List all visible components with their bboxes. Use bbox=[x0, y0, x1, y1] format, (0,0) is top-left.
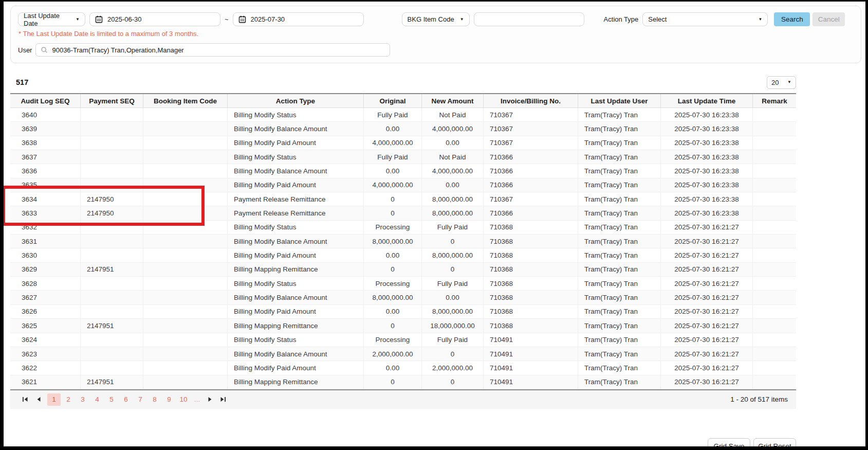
table-cell: 0.00 bbox=[422, 291, 484, 304]
page-button[interactable]: 3 bbox=[76, 393, 89, 406]
page-button[interactable]: 10 bbox=[177, 393, 190, 406]
item-code-type-select[interactable]: BKG Item Code ▼ bbox=[402, 12, 470, 26]
cancel-button[interactable]: Cancel bbox=[812, 12, 845, 26]
table-row[interactable]: 3636Billing Modify Balance Amount0.004,0… bbox=[10, 164, 796, 178]
table-row[interactable]: 36252147951Billing Mapping Remittance018… bbox=[10, 319, 796, 333]
table-row[interactable]: 3630Billing Modify Paid Amount0.008,000,… bbox=[10, 248, 796, 262]
table-row[interactable]: 3637Billing Modify StatusFully PaidNot P… bbox=[10, 150, 796, 164]
page-button[interactable]: 9 bbox=[162, 393, 176, 406]
next-page-icon[interactable] bbox=[203, 394, 216, 405]
date-to-input[interactable]: 2025-07-30 bbox=[233, 12, 364, 26]
table-cell bbox=[753, 235, 796, 248]
table-cell: 2025-07-30 16:23:38 bbox=[661, 164, 753, 178]
table-cell bbox=[81, 164, 143, 178]
column-header[interactable]: Audit Log SEQ bbox=[10, 94, 81, 107]
table-cell: 710366 bbox=[484, 164, 578, 178]
table-cell: 3630 bbox=[10, 248, 81, 262]
calendar-icon bbox=[95, 15, 103, 23]
table-cell bbox=[753, 122, 796, 136]
table-cell: Billing Modify Balance Amount bbox=[228, 122, 364, 136]
grid-save-button[interactable]: Grid Save bbox=[708, 438, 750, 450]
column-header[interactable]: Last Update Time bbox=[661, 94, 753, 107]
table-row[interactable]: 3639Billing Modify Balance Amount0.004,0… bbox=[10, 122, 796, 136]
page-button[interactable]: 1 bbox=[47, 393, 61, 406]
table-cell bbox=[753, 263, 796, 277]
page-button[interactable]: 8 bbox=[148, 393, 161, 406]
column-header[interactable]: Invoice/Billing No. bbox=[484, 94, 578, 107]
page-size-select[interactable]: 20 ▼ bbox=[767, 76, 796, 89]
table-row[interactable]: 3622Billing Modify Paid Amount0.002,000,… bbox=[10, 361, 796, 375]
table-cell bbox=[753, 164, 796, 178]
table-cell bbox=[753, 248, 796, 262]
table-cell: Billing Modify Paid Amount bbox=[228, 361, 364, 375]
column-header[interactable]: Payment SEQ bbox=[81, 94, 143, 107]
last-page-icon[interactable] bbox=[216, 394, 230, 405]
table-cell: 2025-07-30 16:21:27 bbox=[661, 347, 753, 361]
table-row[interactable]: 3640Billing Modify StatusFully PaidNot P… bbox=[10, 108, 796, 122]
table-cell bbox=[81, 178, 143, 192]
table-row[interactable]: 3635Billing Modify Paid Amount4,000,000.… bbox=[10, 178, 796, 192]
column-header[interactable]: Last Update User bbox=[578, 94, 661, 107]
table-cell: Fully Paid bbox=[364, 150, 422, 164]
page-button[interactable]: 7 bbox=[134, 393, 147, 406]
table-cell: 0 bbox=[364, 192, 422, 206]
page-ellipsis: ... bbox=[194, 395, 200, 403]
table-cell: Fully Paid bbox=[422, 333, 484, 347]
first-page-icon[interactable] bbox=[19, 394, 32, 405]
table-row[interactable]: 3624Billing Modify StatusProcessingFully… bbox=[10, 333, 796, 347]
filter-panel: Last Update Date ▼ 2025-06-30 ~ 2025-07-… bbox=[10, 6, 861, 63]
action-type-select[interactable]: Select ▼ bbox=[642, 12, 768, 26]
date-from-input[interactable]: 2025-06-30 bbox=[89, 12, 220, 26]
date-limit-warning: * The Last Update Date is limited to a m… bbox=[19, 30, 854, 39]
table-cell bbox=[81, 361, 143, 375]
column-header[interactable]: Original bbox=[364, 94, 422, 107]
table-row[interactable]: 36342147950Payment Release Remittance08,… bbox=[10, 192, 796, 206]
table-cell: 3637 bbox=[10, 150, 81, 164]
prev-page-icon[interactable] bbox=[32, 394, 45, 405]
page-button[interactable]: 4 bbox=[90, 393, 104, 406]
table-cell bbox=[753, 206, 796, 220]
table-cell: Payment Release Remittance bbox=[228, 206, 364, 220]
table-cell: 710368 bbox=[484, 305, 578, 319]
grid-reset-button[interactable]: Grid Reset bbox=[753, 438, 796, 450]
table-cell: 3639 bbox=[10, 122, 81, 136]
table-row[interactable]: 3638Billing Modify Paid Amount4,000,000.… bbox=[10, 136, 796, 150]
table-row[interactable]: 3632Billing Modify StatusProcessingFully… bbox=[10, 221, 796, 235]
date-field-select-value: Last Update Date bbox=[24, 12, 70, 27]
column-header[interactable]: Action Type bbox=[228, 94, 364, 107]
table-row[interactable]: 3628Billing Modify StatusProcessingFully… bbox=[10, 277, 796, 291]
table-row[interactable]: 36292147951Billing Mapping Remittance007… bbox=[10, 263, 796, 277]
table-cell: 3635 bbox=[10, 178, 81, 192]
table-cell: 18,000,000.00 bbox=[422, 319, 484, 333]
chevron-down-icon: ▼ bbox=[758, 17, 762, 22]
search-button[interactable]: Search bbox=[774, 12, 810, 26]
page-button[interactable]: 5 bbox=[105, 393, 118, 406]
table-row[interactable]: 3627Billing Modify Balance Amount8,000,0… bbox=[10, 291, 796, 304]
table-cell bbox=[143, 361, 228, 375]
column-header[interactable]: Booking Item Code bbox=[143, 94, 228, 107]
user-input[interactable] bbox=[52, 46, 385, 54]
page-button[interactable]: 2 bbox=[62, 393, 75, 406]
user-filter-row: User bbox=[18, 43, 854, 57]
table-cell bbox=[81, 347, 143, 361]
page-button[interactable]: 6 bbox=[119, 393, 133, 406]
table-row[interactable]: 3626Billing Modify Paid Amount0.008,000,… bbox=[10, 305, 796, 319]
table-cell: 710368 bbox=[484, 277, 578, 291]
item-code-input[interactable] bbox=[479, 15, 579, 23]
table-body: 3640Billing Modify StatusFully PaidNot P… bbox=[10, 108, 796, 389]
table-cell: 3625 bbox=[10, 319, 81, 333]
table-row[interactable]: 36212147951Billing Mapping Remittance007… bbox=[10, 375, 796, 389]
table-cell: Tram(Tracy) Tran bbox=[578, 206, 661, 220]
table-cell: 3624 bbox=[10, 333, 81, 347]
table-cell: 3632 bbox=[10, 221, 81, 235]
table-cell: Tram(Tracy) Tran bbox=[578, 319, 661, 333]
column-header[interactable]: New Amount bbox=[422, 94, 484, 107]
table-row[interactable]: 3623Billing Modify Balance Amount2,000,0… bbox=[10, 347, 796, 361]
table-cell bbox=[753, 136, 796, 150]
table-row[interactable]: 3631Billing Modify Balance Amount8,000,0… bbox=[10, 235, 796, 248]
column-header[interactable]: Remark bbox=[753, 94, 796, 107]
table-row[interactable]: 36332147950Payment Release Remittance08,… bbox=[10, 206, 796, 220]
date-field-select[interactable]: Last Update Date ▼ bbox=[18, 12, 85, 26]
table-cell: 710368 bbox=[484, 221, 578, 235]
table-cell: Tram(Tracy) Tran bbox=[578, 361, 661, 375]
